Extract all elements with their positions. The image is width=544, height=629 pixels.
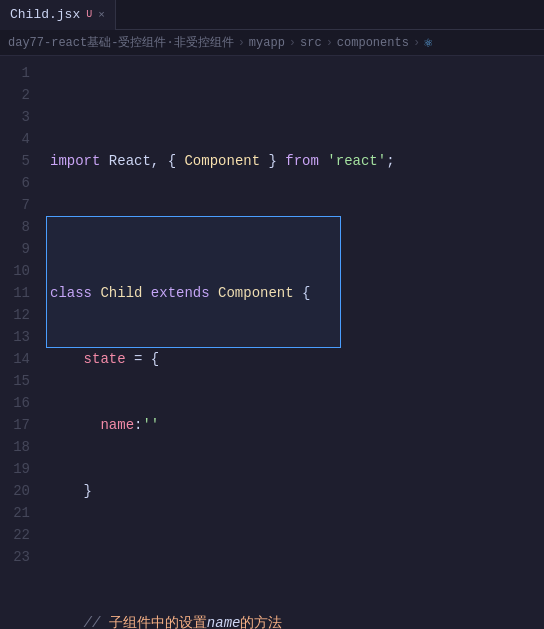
line-6: } <box>50 480 536 502</box>
breadcrumb-project: day77-react基础-受控组件·非受控组件 <box>8 34 234 51</box>
line-7 <box>50 546 536 568</box>
breadcrumb-sep2: › <box>289 36 296 50</box>
breadcrumb-myapp: myapp <box>249 36 285 50</box>
editor-area: 1 2 3 4 5 6 7 8 9 10 11 12 13 14 15 16 1… <box>0 56 544 629</box>
breadcrumb-sep3: › <box>326 36 333 50</box>
line-1: import React, { Component } from 'react'… <box>50 150 536 172</box>
breadcrumb-sep1: › <box>238 36 245 50</box>
line-4: state = { <box>50 348 536 370</box>
close-icon[interactable]: × <box>98 9 105 21</box>
line-5: name:'' <box>50 414 536 436</box>
react-icon: ⚛ <box>424 34 432 51</box>
code-content: import React, { Component } from 'react'… <box>42 56 544 629</box>
breadcrumb: day77-react基础-受控组件·非受控组件 › myapp › src ›… <box>0 30 544 56</box>
line-8: // 子组件中的设置name的方法 <box>50 612 536 629</box>
line-2 <box>50 216 536 238</box>
breadcrumb-sep4: › <box>413 36 420 50</box>
tab-bar: Child.jsx U × <box>0 0 544 30</box>
line-3: class Child extends Component { <box>50 282 536 304</box>
line-numbers: 1 2 3 4 5 6 7 8 9 10 11 12 13 14 15 16 1… <box>0 56 42 629</box>
breadcrumb-components: components <box>337 36 409 50</box>
tab-filename: Child.jsx <box>10 7 80 22</box>
tab-modified-indicator: U <box>86 9 92 20</box>
file-tab[interactable]: Child.jsx U × <box>0 0 116 30</box>
breadcrumb-src: src <box>300 36 322 50</box>
